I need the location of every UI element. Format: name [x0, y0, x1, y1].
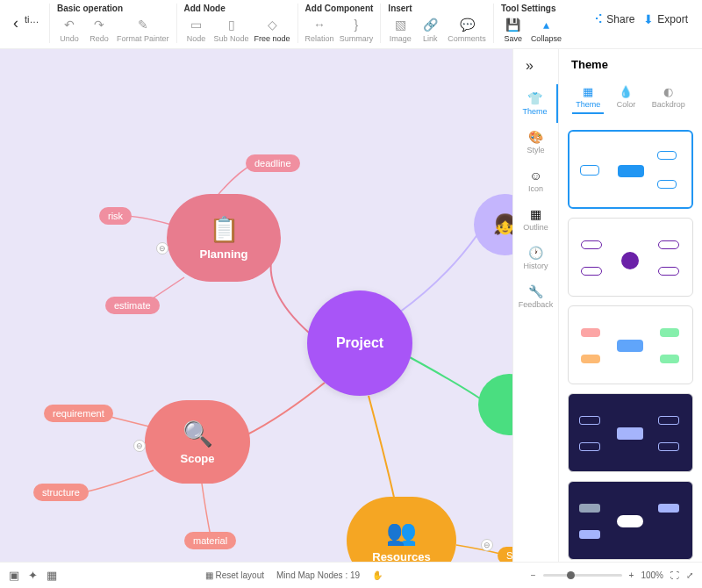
view-icon-3[interactable]: ▦	[47, 569, 57, 582]
planning-collapse[interactable]: ⊖	[156, 242, 168, 255]
format-painter-button[interactable]: ✎Format Painter	[117, 17, 169, 43]
redo-button[interactable]: ↷Redo	[87, 17, 111, 43]
subtab-color[interactable]: 💧Color	[613, 82, 640, 114]
resources-node[interactable]: 👥 Resources	[347, 497, 456, 562]
group-add-component: Add Component ↔Relation }Summary	[297, 4, 374, 43]
undo-icon: ↶	[61, 17, 77, 32]
group-addcomp-label: Add Component	[305, 4, 374, 13]
pan-icon[interactable]: ✋	[372, 570, 383, 580]
share-icon: ⠪	[594, 12, 603, 26]
group-basic-label: Basic operation	[57, 4, 169, 13]
theme-card-3[interactable]	[568, 305, 693, 384]
view-icon-1[interactable]: ▣	[9, 569, 19, 582]
zoom-out-button[interactable]: −	[531, 570, 536, 580]
theme-card-2[interactable]	[568, 218, 693, 297]
subnode-icon: ▯	[224, 17, 240, 32]
tab-history[interactable]: 🕐History	[513, 239, 558, 277]
relation-button[interactable]: ↔Relation	[305, 17, 334, 43]
summary-button[interactable]: }Summary	[340, 17, 374, 43]
tab-feedback[interactable]: 🔧Feedback	[513, 277, 558, 316]
panel-collapse-button[interactable]: »	[526, 58, 534, 74]
tab-outline[interactable]: ▦Outline	[513, 200, 558, 239]
wrench-icon: 🔧	[528, 284, 543, 298]
relation-icon: ↔	[312, 17, 327, 32]
view-icon-2[interactable]: ✦	[28, 569, 38, 582]
purple-node[interactable]: 👧	[474, 194, 512, 255]
zoom-slider[interactable]	[543, 574, 622, 577]
back-button[interactable]: ‹	[7, 4, 25, 32]
grid-icon: ▦	[583, 85, 593, 98]
undo-button[interactable]: ↶Undo	[57, 17, 82, 43]
node-button[interactable]: ▭Node	[184, 17, 209, 43]
grid-icon: ▦	[530, 207, 541, 221]
tab-style[interactable]: 🎨Style	[513, 123, 558, 161]
share-button[interactable]: ⠪Share	[594, 12, 634, 26]
freenode-icon: ◇	[264, 17, 280, 32]
tag-requirement[interactable]: requirement	[44, 405, 113, 422]
paint-icon: ✎	[135, 17, 151, 32]
export-icon: ⬇	[643, 12, 654, 26]
link-icon: 🔗	[422, 17, 438, 32]
tag-estimate[interactable]: estimate	[105, 297, 160, 314]
palette-icon: 🎨	[528, 130, 543, 144]
panel-title: Theme	[568, 58, 693, 71]
subnode-button[interactable]: ▯Sub Node	[214, 17, 249, 43]
theme-cards	[568, 130, 693, 560]
freenode-button[interactable]: ◇Free node	[254, 17, 290, 43]
group-insert-label: Insert	[388, 4, 486, 13]
save-button[interactable]: 💾Save	[501, 17, 526, 43]
node-count-label: Mind Map Nodes : 19	[276, 570, 360, 580]
scope-node[interactable]: 🔍 Scope	[145, 400, 250, 484]
central-node[interactable]: Project	[307, 290, 412, 396]
zoom-thumb[interactable]	[567, 571, 575, 579]
group-tool-label: Tool Settings	[501, 4, 562, 13]
comment-icon: 💬	[459, 17, 475, 32]
tag-s[interactable]: S	[498, 547, 512, 562]
theme-card-1[interactable]	[568, 130, 693, 209]
image-button[interactable]: ▧Image	[388, 17, 412, 43]
droplet-icon: 💧	[619, 85, 633, 98]
tag-structure[interactable]: structure	[33, 484, 89, 501]
people-gear-icon: 👥	[386, 518, 417, 547]
image-icon: ▧	[392, 17, 408, 32]
link-button[interactable]: 🔗Link	[418, 17, 442, 43]
scope-collapse[interactable]: ⊖	[133, 440, 146, 452]
tag-risk[interactable]: risk	[99, 207, 132, 225]
clipboard-icon: 📋	[209, 215, 240, 244]
side-tabs: 👕Theme 🎨Style ☺Icon ▦Outline 🕐History 🔧F…	[513, 49, 559, 562]
theme-card-4[interactable]	[568, 393, 693, 472]
right-panel: » 👕Theme 🎨Style ☺Icon ▦Outline 🕐History …	[512, 49, 702, 562]
zoom-level: 100%	[641, 570, 663, 580]
magnify-gear-icon: 🔍	[183, 419, 213, 448]
zoom-in-button[interactable]: +	[629, 570, 634, 580]
summary-icon: }	[348, 17, 364, 32]
fit-screen-button[interactable]: ⛶	[670, 570, 679, 580]
backdrop-icon: ◐	[663, 85, 673, 98]
subtab-backdrop[interactable]: ◐Backdrop	[648, 82, 689, 114]
mindmap-canvas[interactable]: Project 📋 Planning ⊖ 🔍 Scope ⊖ 👥 Resourc…	[0, 49, 512, 562]
tab-icon[interactable]: ☺Icon	[513, 161, 558, 200]
theme-card-5[interactable]	[568, 481, 693, 560]
collapse-button[interactable]: ▴Collapse	[531, 17, 562, 43]
tag-material[interactable]: material	[184, 532, 236, 549]
planning-node[interactable]: 📋 Planning	[167, 194, 281, 282]
theme-subtabs: ▦Theme 💧Color ◐Backdrop	[568, 82, 693, 119]
green-node[interactable]	[478, 374, 512, 435]
group-addnode-label: Add Node	[184, 4, 290, 13]
document-title: ti…	[25, 4, 42, 25]
subtab-theme[interactable]: ▦Theme	[572, 82, 604, 114]
fullscreen-button[interactable]: ⤢	[686, 570, 693, 580]
tab-theme[interactable]: 👕Theme	[513, 84, 558, 123]
top-toolbar: ‹ ti… Basic operation ↶Undo ↷Redo ✎Forma…	[0, 0, 702, 49]
reset-layout-button[interactable]: ▦ Reset layout	[205, 570, 264, 580]
comments-button[interactable]: 💬Comments	[448, 17, 486, 43]
clock-icon: 🕐	[528, 246, 543, 260]
group-tool-settings: Tool Settings 💾Save ▴Collapse	[493, 4, 562, 43]
export-button[interactable]: ⬇Export	[643, 12, 688, 26]
group-basic: Basic operation ↶Undo ↷Redo ✎Format Pain…	[49, 4, 169, 43]
tag-deadline[interactable]: deadline	[246, 154, 300, 172]
bottom-bar: ▣ ✦ ▦ ▦ Reset layout Mind Map Nodes : 19…	[0, 562, 702, 588]
collapse-icon: ▴	[538, 17, 554, 32]
resources-collapse[interactable]: ⊖	[481, 539, 493, 551]
avatar-icon: 👧	[493, 213, 513, 236]
